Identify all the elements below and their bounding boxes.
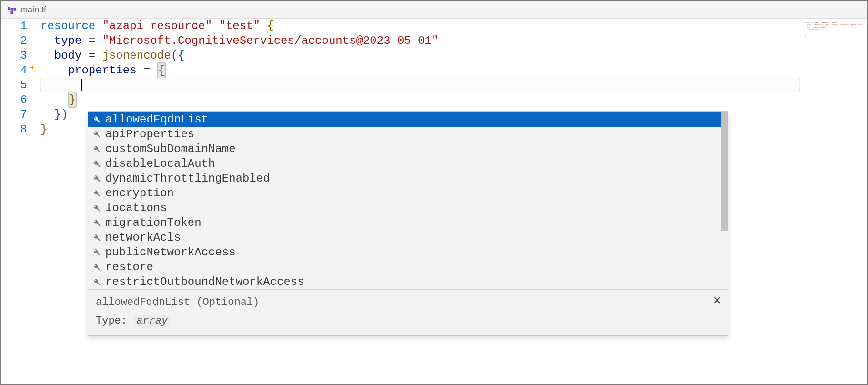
code-token: {	[178, 48, 184, 63]
code-token	[40, 78, 81, 92]
code-token: (	[171, 48, 178, 63]
tab-filename[interactable]: main.tf	[20, 5, 46, 15]
suggestion-label: dynamicThrottlingEnabled	[105, 172, 270, 185]
property-icon	[92, 248, 101, 257]
code-line[interactable]: resource "azapi_resource" "test" {	[40, 19, 800, 33]
property-icon	[92, 130, 101, 139]
suggestion-item[interactable]: dynamicThrottlingEnabled	[88, 171, 728, 186]
code-token: =	[137, 63, 157, 78]
code-token	[40, 92, 68, 107]
text-cursor	[81, 79, 82, 91]
code-token	[40, 107, 54, 122]
code-token	[95, 19, 102, 33]
code-line[interactable]: body = jsonencode({	[40, 48, 800, 63]
line-number: 2	[1, 33, 27, 48]
suggestion-label: restore	[105, 261, 153, 274]
line-number: 3	[1, 48, 27, 63]
code-token	[40, 33, 54, 48]
property-icon	[92, 159, 101, 169]
suggestion-list[interactable]: allowedFqdnListapiPropertiescustomSubDom…	[88, 112, 728, 289]
suggestion-label: customSubDomainName	[105, 142, 236, 155]
tab-bar: main.tf	[1, 1, 867, 19]
intellisense-popup: allowedFqdnListapiPropertiescustomSubDom…	[88, 111, 728, 336]
line-number: 8	[1, 122, 27, 137]
svg-rect-0	[8, 7, 10, 10]
code-line[interactable]: properties = {	[40, 63, 800, 78]
line-number: 7	[1, 107, 27, 122]
code-token: }	[68, 92, 77, 108]
suggestion-label: networkAcls	[105, 231, 181, 244]
code-token: {	[267, 19, 273, 33]
code-token: "azapi_resource"	[102, 19, 212, 33]
line-number: 4	[1, 63, 27, 78]
code-line[interactable]: type = "Microsoft.CognitiveServices/acco…	[40, 33, 800, 48]
suggestion-label: disableLocalAuth	[105, 157, 215, 170]
ai-sparkle-icon[interactable]	[27, 64, 38, 74]
suggestion-item[interactable]: restore	[88, 260, 728, 274]
suggestion-label: restrictOutboundNetworkAccess	[105, 275, 304, 288]
suggestion-label: allowedFqdnList	[105, 113, 208, 126]
code-token: }	[54, 107, 61, 122]
suggestion-label: encryption	[105, 187, 174, 200]
suggestion-label: publicNetworkAccess	[105, 246, 236, 259]
suggestion-label: migrationToken	[105, 216, 202, 229]
property-icon	[92, 174, 101, 183]
suggestion-item[interactable]: migrationToken	[88, 215, 728, 230]
property-icon	[92, 203, 101, 213]
suggestion-item[interactable]: encryption	[88, 186, 728, 201]
property-icon	[92, 263, 101, 272]
suggestion-item[interactable]: disableLocalAuth	[88, 156, 728, 171]
line-number: 6	[1, 92, 27, 107]
suggestion-doc: ✕ allowedFqdnList (Optional) Type: array	[88, 289, 728, 335]
svg-rect-2	[13, 8, 16, 10]
property-icon	[92, 218, 101, 228]
editor-area[interactable]: 12345678 resource "azapi_resource" "test…	[1, 19, 867, 384]
code-token: {	[157, 62, 166, 78]
suggestion-scrollbar[interactable]	[721, 112, 728, 231]
code-token	[40, 63, 68, 78]
suggestion-item[interactable]: allowedFqdnList	[88, 112, 728, 127]
doc-title: allowedFqdnList (Optional)	[96, 296, 720, 308]
suggestion-item[interactable]: locations	[88, 201, 728, 215]
code-token: }	[40, 122, 47, 137]
property-icon	[92, 115, 101, 124]
code-token	[212, 19, 219, 33]
editor-window: main.tf 12345678 resource "azapi_resourc…	[0, 0, 868, 385]
close-icon[interactable]: ✕	[713, 294, 721, 307]
suggestion-label: locations	[105, 202, 167, 214]
suggestion-item[interactable]: publicNetworkAccess	[88, 245, 728, 260]
suggestion-label: apiProperties	[105, 128, 194, 141]
property-icon	[92, 277, 101, 287]
code-token: jsonencode	[102, 48, 171, 63]
line-number: 5	[1, 78, 27, 92]
suggestion-item[interactable]: restrictOutboundNetworkAccess	[88, 274, 728, 289]
code-token: properties	[68, 63, 137, 78]
suggestion-item[interactable]: networkAcls	[88, 230, 728, 245]
code-token	[260, 19, 267, 33]
property-icon	[92, 189, 101, 198]
code-token: body	[54, 48, 82, 63]
code-token: )	[61, 107, 68, 122]
svg-rect-1	[11, 8, 13, 10]
property-icon	[92, 144, 101, 154]
code-line[interactable]: }	[40, 92, 800, 107]
code-token: type	[54, 33, 82, 48]
suggestion-item[interactable]: customSubDomainName	[88, 142, 728, 156]
code-token: =	[81, 48, 102, 63]
property-icon	[92, 233, 101, 243]
suggestion-item[interactable]: apiProperties	[88, 127, 728, 142]
code-token: "Microsoft.CognitiveServices/accounts@20…	[102, 33, 439, 48]
doc-type-line: Type: array	[96, 315, 720, 327]
terraform-file-icon	[7, 5, 17, 15]
code-line[interactable]	[40, 78, 800, 92]
line-number: 1	[1, 19, 27, 33]
code-token: resource	[40, 19, 95, 33]
code-token: =	[81, 33, 102, 48]
code-token	[40, 48, 54, 63]
code-token: "test"	[219, 19, 260, 33]
svg-rect-3	[11, 11, 13, 14]
